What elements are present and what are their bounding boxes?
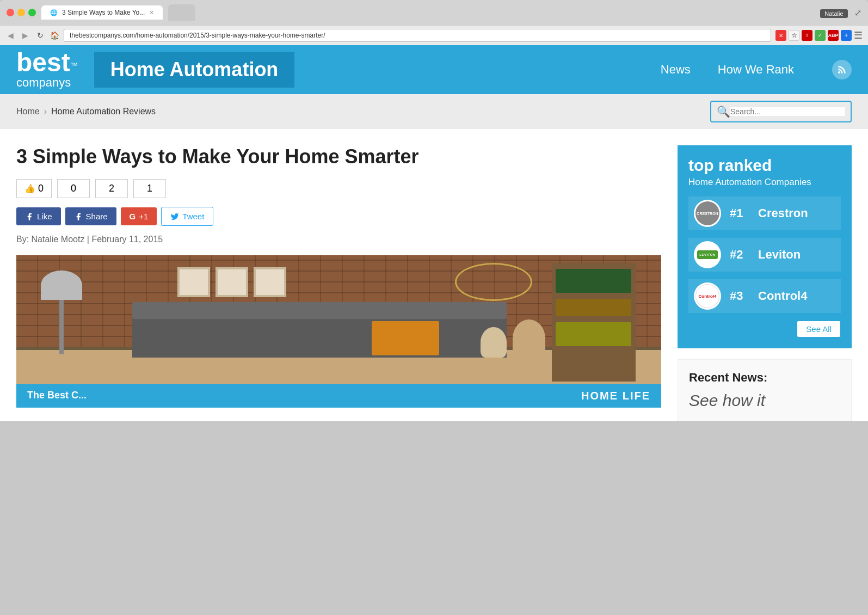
- home-button[interactable]: 🏠: [50, 31, 59, 40]
- search-icon: 🔍: [717, 105, 730, 118]
- search-box[interactable]: 🔍: [710, 101, 852, 122]
- ranked-item-2[interactable]: LEVITON #2 Leviton: [688, 238, 841, 272]
- ranked-item-3[interactable]: Control4 #3 Control4: [688, 279, 841, 313]
- wall-clock: [455, 263, 532, 301]
- comment-count: 2: [109, 183, 114, 194]
- see-all-row: See All: [688, 321, 841, 337]
- breadcrumb-separator: ›: [44, 107, 47, 116]
- reload-button[interactable]: ↻: [35, 30, 46, 41]
- maximize-button[interactable]: [28, 9, 36, 16]
- nav-news[interactable]: News: [661, 63, 691, 77]
- crestron-logo-img: CRESTRON: [695, 201, 719, 225]
- tab-title: 3 Simple Ways to Make Yo...: [62, 9, 145, 16]
- ext-icon-4[interactable]: +: [841, 30, 852, 41]
- tab-close-icon[interactable]: ✕: [149, 9, 154, 16]
- header-title-box: Home Automation: [94, 52, 295, 88]
- close-button[interactable]: [7, 9, 14, 16]
- frame-3: [254, 267, 286, 297]
- active-tab[interactable]: 🌐 3 Simple Ways to Make Yo... ✕: [41, 5, 163, 20]
- twitter-icon: [170, 212, 179, 221]
- facebook-share-icon: [74, 212, 83, 221]
- tweet-count-box: 1: [133, 179, 166, 198]
- control4-logo: Control4: [694, 282, 721, 310]
- recent-news-box: Recent News: See how it: [678, 359, 852, 421]
- ranked-item-1[interactable]: CRESTRON #1 Crestron: [688, 196, 841, 230]
- logo-companys-text: companys: [16, 76, 78, 90]
- window-resize-icon[interactable]: ⤢: [854, 8, 861, 17]
- like-label: Like: [37, 212, 52, 221]
- thumb-up-icon: 👍: [24, 184, 35, 193]
- tweet-button[interactable]: Tweet: [161, 207, 213, 226]
- top-ranked-title: top ranked: [688, 156, 841, 175]
- address-bar[interactable]: thebestcompanys.com/home-automation/2015…: [64, 29, 771, 42]
- sofa-back: [132, 302, 506, 319]
- image-bar-left: The Best C...: [27, 390, 87, 402]
- see-all-button[interactable]: See All: [797, 321, 841, 337]
- like-count-box: 👍 0: [16, 179, 52, 198]
- forward-button[interactable]: ▶: [20, 30, 30, 41]
- recent-news-title: Recent News:: [689, 371, 840, 385]
- article-content: 3 Simple Ways to Make Your Home Smarter …: [16, 145, 678, 421]
- breadcrumb-home[interactable]: Home: [16, 107, 40, 116]
- main-layout: 3 Simple Ways to Make Your Home Smarter …: [0, 129, 868, 421]
- recent-news-preview: See how it: [689, 391, 840, 410]
- browser-nav-bar: ◀ ▶ ↻ 🏠 thebestcompanys.com/home-automat…: [0, 25, 868, 45]
- vase-1: [513, 319, 545, 358]
- floor-lamp: [36, 270, 88, 354]
- browser-titlebar: 🌐 3 Simple Ways to Make Yo... ✕ Natalie …: [0, 0, 868, 25]
- back-button[interactable]: ◀: [5, 30, 16, 41]
- social-counts-row: 👍 0 0 2 1: [16, 179, 661, 198]
- frame-2: [216, 267, 248, 297]
- company-name-2: Leviton: [758, 248, 801, 262]
- logo-tm: ™: [70, 61, 78, 70]
- website-content: best™ companys Home Automation News How …: [0, 45, 868, 421]
- logo-area[interactable]: best™ companys: [16, 50, 78, 90]
- control4-logo-img: Control4: [695, 284, 719, 308]
- leviton-logo-img: LEVITON: [695, 243, 719, 267]
- logo: best™ companys: [16, 50, 78, 90]
- svg-point-0: [838, 71, 840, 73]
- like-button[interactable]: Like: [16, 207, 61, 225]
- like-count: 0: [38, 183, 44, 194]
- tweet-count: 1: [147, 183, 152, 194]
- ext-icon-2[interactable]: T: [802, 30, 812, 41]
- rank-2: #2: [730, 248, 749, 262]
- books-2: [556, 299, 631, 317]
- rank-3: #3: [730, 289, 749, 303]
- wall-frames: [177, 267, 286, 297]
- bookmark-star-icon[interactable]: ☆: [789, 30, 799, 41]
- minimize-button[interactable]: [17, 9, 25, 16]
- sidebar: top ranked Home Automation Companies CRE…: [678, 145, 852, 421]
- crestron-logo: CRESTRON: [694, 200, 721, 227]
- ext-icon-abp[interactable]: ABP: [828, 30, 839, 41]
- url-text: thebestcompanys.com/home-automation/2015…: [70, 32, 765, 39]
- ext-icon-3[interactable]: ✓: [815, 30, 826, 41]
- logo-best-text: best: [16, 48, 70, 77]
- gplus-button[interactable]: G +1: [121, 207, 157, 225]
- ext-icon-1[interactable]: ✕: [775, 30, 786, 41]
- gplus-label: +1: [139, 212, 148, 221]
- rss-icon[interactable]: [832, 60, 852, 79]
- top-ranked-box: top ranked Home Automation Companies CRE…: [678, 145, 852, 348]
- share-button[interactable]: Share: [65, 207, 116, 225]
- leviton-logo: LEVITON: [694, 241, 721, 268]
- social-buttons-row: Like Share G +1 Tweet: [16, 207, 661, 226]
- bookshelf: [552, 263, 636, 382]
- frame-1: [177, 267, 210, 297]
- books-3: [556, 322, 631, 346]
- top-ranked-subtitle: Home Automation Companies: [688, 177, 841, 188]
- window-controls-area: Natalie ⤢: [820, 8, 861, 18]
- books-1: [556, 269, 631, 293]
- browser-window: 🌐 3 Simple Ways to Make Yo... ✕ Natalie …: [0, 0, 868, 45]
- inactive-tab[interactable]: [168, 4, 195, 21]
- gplus-icon: G: [130, 212, 136, 221]
- menu-icon[interactable]: ☰: [854, 29, 863, 41]
- article-title: 3 Simple Ways to Make Your Home Smarter: [16, 145, 661, 168]
- comment-count-box: 2: [95, 179, 128, 198]
- image-bottom-bar: The Best C... HOME LIFE: [16, 384, 661, 408]
- tweet-label: Tweet: [182, 212, 204, 221]
- search-input[interactable]: [730, 107, 845, 116]
- header-title: Home Automation: [110, 58, 279, 81]
- nav-how-we-rank[interactable]: How We Rank: [718, 63, 794, 77]
- tab-favicon: 🌐: [50, 9, 58, 16]
